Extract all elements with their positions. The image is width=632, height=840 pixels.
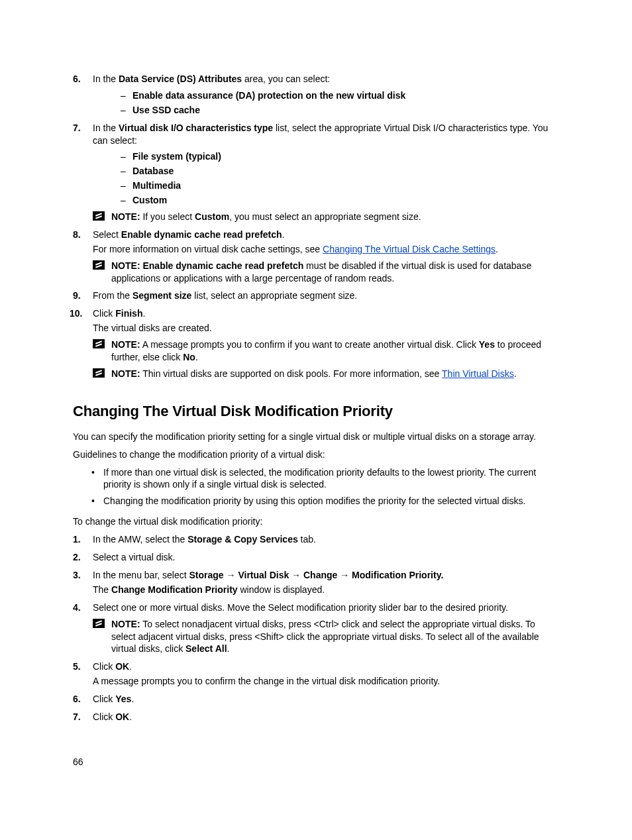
text: . [195, 352, 198, 362]
continuation: The virtual disks are created. [93, 322, 559, 335]
option: Multimedia [121, 180, 559, 192]
note: NOTE: If you select Custom, you must sel… [93, 211, 559, 223]
note-icon [93, 211, 105, 221]
link-thin-virtual-disks[interactable]: Thin Virtual Disks [442, 368, 514, 379]
text: A message prompts you to confirm if you … [140, 339, 479, 350]
bold: Segment size [132, 290, 191, 301]
text: . [129, 661, 132, 672]
bold: Yes [479, 339, 495, 350]
bold: No [183, 352, 195, 362]
page-number: 66 [73, 757, 83, 767]
step-number: 1. [73, 533, 81, 546]
text: . [142, 308, 145, 319]
bold: Storage & Copy Services [187, 534, 298, 545]
text: tab. [298, 534, 316, 545]
text: In the AMW, select the [93, 534, 187, 545]
note-icon [93, 260, 105, 270]
note: NOTE: A message prompts you to confirm i… [93, 339, 559, 364]
step-8: 8. Select Enable dynamic cache read pref… [73, 229, 559, 285]
step-number: 7. [73, 122, 81, 134]
text: Select a virtual disk. [93, 552, 176, 562]
text: From the [93, 290, 132, 301]
bold: Storage → Virtual Disk → Change → Modifi… [189, 570, 444, 580]
note-icon [93, 619, 105, 628]
text: In the menu bar, select [93, 570, 189, 580]
bold: Multimedia [132, 180, 181, 191]
note-label: NOTE: [111, 619, 140, 629]
step-7b: 7. Click OK. [73, 711, 559, 723]
bold: Enable dynamic cache read prefetch [140, 260, 304, 271]
note-label: NOTE: [111, 339, 140, 350]
step-number: 2. [73, 551, 81, 564]
step-number: 8. [73, 229, 81, 241]
text: In the [93, 74, 119, 84]
text: For more information on virtual disk cac… [93, 244, 323, 254]
step-6: 6. In the Data Service (DS) Attributes a… [73, 73, 559, 117]
step-1: 1. In the AMW, select the Storage & Copy… [73, 533, 559, 546]
page: 6. In the Data Service (DS) Attributes a… [0, 0, 632, 840]
note-icon [93, 368, 105, 378]
list-item: If more than one virtual disk is selecte… [91, 466, 559, 492]
option: Enable data assurance (DA) protection on… [121, 89, 559, 102]
continuation: A message prompts you to confirm the cha… [93, 675, 559, 688]
text: In the [93, 123, 119, 133]
bold: Custom [195, 211, 229, 222]
bold: Yes [115, 694, 131, 704]
note: NOTE: Enable dynamic cache read prefetch… [93, 260, 559, 285]
note: NOTE: To select nonadjacent virtual disk… [93, 618, 559, 656]
step-number: 6. [73, 73, 81, 85]
section-heading: Changing The Virtual Disk Modification P… [73, 403, 559, 420]
bold: OK [115, 711, 129, 722]
bold: Change Modification Priority [111, 584, 238, 595]
text: window is displayed. [238, 584, 325, 595]
step-2: 2. Select a virtual disk. [73, 551, 559, 564]
bold: Custom [132, 195, 167, 205]
text: . [131, 694, 134, 704]
bold: Finish [115, 308, 142, 319]
step-number: 7. [73, 711, 81, 723]
text: , you must select an appropriate segment… [229, 211, 421, 222]
procedure-list-a: 6. In the Data Service (DS) Attributes a… [73, 73, 559, 380]
text: . [514, 368, 517, 379]
text: The [93, 584, 111, 595]
step-5: 5. Click OK. A message prompts you to co… [73, 660, 559, 688]
step-3: 3. In the menu bar, select Storage → Vir… [73, 569, 559, 596]
paragraph: You can specify the modification priorit… [73, 431, 559, 443]
note-icon [93, 339, 105, 348]
guidelines-list: If more than one virtual disk is selecte… [91, 466, 559, 508]
text: Click [93, 711, 115, 722]
list-item: Changing the modification priority by us… [91, 495, 559, 507]
step-number: 5. [73, 660, 81, 673]
step-10: 10. Click Finish. The virtual disks are … [73, 307, 559, 380]
text: Select [93, 229, 121, 240]
text: Thin virtual disks are supported on disk… [140, 368, 442, 379]
link-cache-settings[interactable]: Changing The Virtual Disk Cache Settings [323, 244, 496, 254]
bold: Data Service (DS) Attributes [119, 74, 242, 84]
options-list: Enable data assurance (DA) protection on… [121, 89, 559, 117]
option: File system (typical) [121, 150, 559, 163]
bold: Enable dynamic cache read prefetch [121, 229, 282, 240]
options-list: File system (typical) Database Multimedi… [121, 150, 559, 207]
step-number: 4. [73, 602, 81, 614]
bold: File system (typical) [132, 151, 221, 162]
bold: Use SSD cache [132, 105, 200, 115]
note: NOTE: Thin virtual disks are supported o… [93, 368, 559, 380]
text: Click [93, 661, 115, 672]
procedure-list-b: 1. In the AMW, select the Storage & Copy… [73, 533, 559, 723]
text: Click [93, 694, 115, 704]
step-number: 3. [73, 569, 81, 582]
step-number: 10. [70, 307, 82, 320]
step-6b: 6. Click Yes. [73, 693, 559, 706]
text: Select one or more virtual disks. Move t… [93, 602, 508, 613]
bold: Enable data assurance (DA) protection on… [132, 90, 405, 101]
text: list, select an appropriate segment size… [191, 290, 357, 301]
text: . [129, 711, 132, 722]
bold: Virtual disk I/O characteristics type [119, 123, 273, 133]
step-number: 6. [73, 693, 81, 706]
option: Use SSD cache [121, 104, 559, 117]
step-7: 7. In the Virtual disk I/O characteristi… [73, 122, 559, 223]
option: Custom [121, 194, 559, 207]
bold: Select All [185, 643, 227, 654]
bold: OK [115, 661, 129, 672]
text: . [282, 229, 285, 240]
